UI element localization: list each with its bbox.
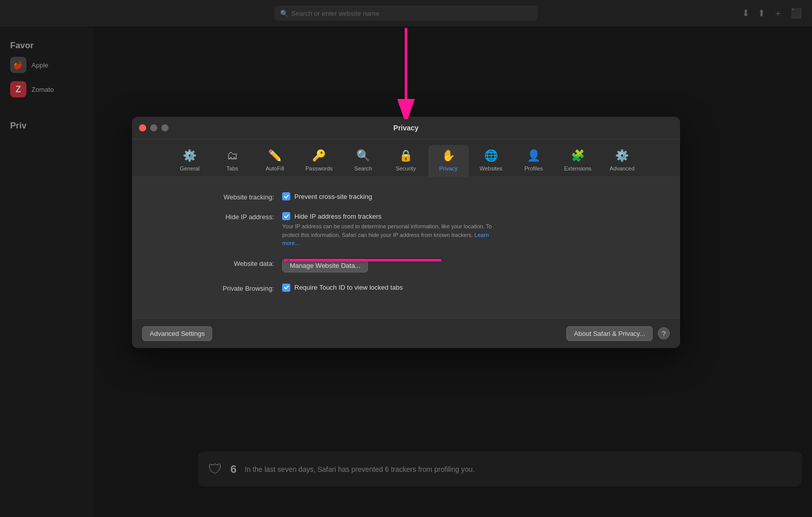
websites-label: Websites [480,165,502,171]
private-browsing-row: Private Browsing: Require Touch ID to vi… [173,284,639,292]
private-browsing-control: Require Touch ID to view locked tabs [282,284,639,292]
privacy-icon: ✋ [442,149,455,162]
private-browsing-label: Private Browsing: [173,284,274,292]
advanced-label: Advanced [610,165,634,171]
website-tracking-checkbox-row: Prevent cross-site tracking [282,192,639,200]
extensions-icon: 🧩 [571,149,585,162]
footer-left: Advanced Settings [142,326,212,341]
tab-advanced[interactable]: ⚙️ Advanced [601,145,642,177]
websites-icon: 🌐 [484,149,498,162]
tab-profiles[interactable]: 👤 Profiles [514,145,554,177]
general-label: General [180,165,199,171]
profiles-icon: 👤 [527,149,540,162]
maximize-button[interactable] [161,124,168,131]
browser-background: 🔍 Search or enter website name ⬇ ⬆ ＋ ⬛ F… [0,0,812,517]
modal-footer: Advanced Settings About Safari & Privacy… [132,319,680,348]
website-tracking-checkbox[interactable] [282,192,290,200]
modal-title: Privacy [393,124,419,132]
private-browsing-checkbox[interactable] [282,284,290,292]
tabs-label: Tabs [226,165,238,171]
private-browsing-checkbox-label: Require Touch ID to view locked tabs [294,284,403,291]
settings-toolbar: ⚙️ General 🗂 Tabs ✏️ AutoFill 🔑 Password… [132,139,680,177]
learn-more-link[interactable]: Learn more... [282,232,489,247]
website-data-label: Website data: [173,259,274,267]
security-label: Security [396,165,416,171]
extensions-label: Extensions [564,165,592,171]
tab-search[interactable]: 🔍 Search [343,145,384,177]
tab-tabs[interactable]: 🗂 Tabs [212,145,253,177]
passwords-icon: 🔑 [312,149,326,162]
hide-ip-checkbox-row: Hide IP address from trackers [282,212,639,220]
hide-ip-description: Your IP address can be used to determine… [282,222,500,248]
privacy-label: Privacy [439,165,457,171]
tabs-icon: 🗂 [227,149,238,162]
general-icon: ⚙️ [183,149,196,162]
profiles-label: Profiles [524,165,543,171]
autofill-icon: ✏️ [268,149,282,162]
footer-right: About Safari & Privacy... ? [566,326,670,341]
website-tracking-row: Website tracking: Prevent cross-site tra… [173,192,639,201]
tab-privacy[interactable]: ✋ Privacy [428,145,469,177]
hide-ip-checkbox-label: Hide IP address from trackers [294,213,382,220]
tab-autofill[interactable]: ✏️ AutoFill [255,145,295,177]
advanced-settings-button[interactable]: Advanced Settings [142,326,212,341]
private-browsing-checkbox-row: Require Touch ID to view locked tabs [282,284,639,292]
website-tracking-control: Prevent cross-site tracking [282,192,639,200]
privacy-settings-modal: Privacy ⚙️ General 🗂 Tabs ✏️ AutoFill 🔑 … [132,117,680,348]
website-tracking-checkbox-label: Prevent cross-site tracking [294,193,372,200]
hide-ip-row: Hide IP address: Hide IP address from tr… [173,212,639,248]
tab-security[interactable]: 🔒 Security [386,145,426,177]
minimize-button[interactable] [150,124,157,131]
search-tab-icon: 🔍 [356,149,370,162]
hide-ip-control: Hide IP address from trackers Your IP ad… [282,212,639,248]
passwords-label: Passwords [306,165,333,171]
website-tracking-label: Website tracking: [173,192,274,201]
tab-passwords[interactable]: 🔑 Passwords [297,145,341,177]
hide-ip-checkbox[interactable] [282,212,290,220]
window-controls [139,124,168,131]
search-label: Search [354,165,372,171]
hide-ip-label: Hide IP address: [173,212,274,221]
tab-websites[interactable]: 🌐 Websites [471,145,512,177]
annotation-arrow-right [284,248,447,275]
security-icon: 🔒 [399,149,413,162]
tab-extensions[interactable]: 🧩 Extensions [556,145,600,177]
about-safari-privacy-button[interactable]: About Safari & Privacy... [566,326,653,341]
annotation-arrow-down [391,28,421,121]
autofill-label: AutoFill [265,165,284,171]
close-button[interactable] [139,124,146,131]
advanced-icon: ⚙️ [615,149,629,162]
help-button[interactable]: ? [658,327,670,339]
tab-general[interactable]: ⚙️ General [170,145,210,177]
